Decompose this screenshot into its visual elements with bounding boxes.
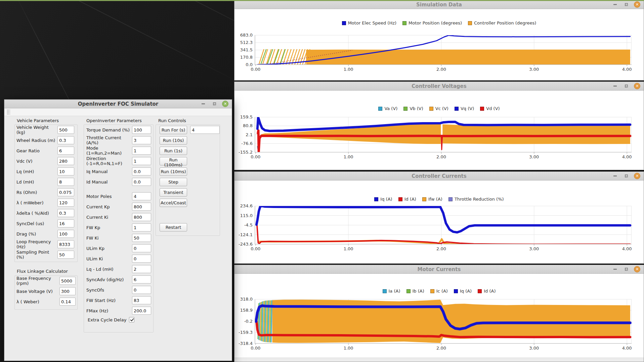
x-tick: 1.00: [341, 246, 356, 251]
throttle-current-a-input[interactable]: [132, 136, 151, 144]
run-for-button[interactable]: Run For (s): [160, 126, 187, 134]
x-tick: 1.00: [341, 154, 356, 159]
drag-input[interactable]: [57, 230, 74, 238]
minimize-button[interactable]: [612, 173, 618, 179]
close-button[interactable]: ✕: [634, 83, 640, 89]
param-row-lq-ld-mh: Lq - Ld (mH): [86, 265, 151, 273]
legend-swatch: [430, 289, 434, 293]
run-for-input[interactable]: [190, 126, 220, 134]
vdc-v-input[interactable]: [57, 157, 74, 165]
vdc-v-label: Vdc (V): [16, 159, 57, 164]
fw-ki-input[interactable]: [132, 234, 151, 242]
run-1s-button[interactable]: Run (1s): [160, 147, 187, 155]
motor-poles-input[interactable]: [132, 192, 151, 200]
lq-mh-input[interactable]: [57, 167, 74, 175]
close-button[interactable]: ✕: [634, 1, 640, 8]
minimize-button[interactable]: [200, 101, 207, 107]
plot-area[interactable]: [255, 299, 632, 345]
plot-area[interactable]: [255, 35, 632, 66]
y-tick: 115.0: [236, 213, 253, 218]
syncdel-us-input[interactable]: [57, 219, 74, 227]
chart-body: Motor Elec Speed (Hz)Motor Position (deg…: [234, 9, 644, 80]
chart-legend: Va (V)Vb (V)Vc (V)Vq (V)Vd (V): [234, 106, 644, 111]
x-tick: 3.00: [527, 154, 542, 159]
torque-demand-input[interactable]: [132, 126, 151, 134]
vehicle-weight-kg-input[interactable]: [57, 126, 74, 134]
sampling-point-input[interactable]: [57, 251, 74, 259]
run-10ms-button[interactable]: Run (10ms): [160, 167, 187, 176]
minimize-button[interactable]: [612, 1, 618, 8]
x-tick: 0.00: [248, 67, 263, 72]
fw-start-hz-input[interactable]: [132, 296, 151, 304]
y-tick: 683.0: [236, 33, 253, 38]
restart-button[interactable]: Restart: [160, 223, 187, 231]
restore-icon: [213, 102, 216, 105]
accel-coast-button[interactable]: Accel/Coast: [160, 199, 187, 207]
x-tick: 1.00: [341, 67, 356, 72]
iq-manual-input[interactable]: [132, 167, 151, 175]
toolbar-grip-handle[interactable]: [7, 109, 10, 115]
current-kp-input[interactable]: [132, 203, 151, 211]
direction-1-r-0-n-1-f-input[interactable]: [132, 157, 151, 165]
step-button[interactable]: Step: [160, 178, 187, 186]
close-button[interactable]: ✕: [634, 266, 640, 272]
ld-mh-label: Ld (mH): [16, 179, 57, 185]
fw-kp-input[interactable]: [132, 223, 151, 231]
mweber-input[interactable]: [57, 199, 74, 207]
run-100ms-button[interactable]: Run (100ms): [160, 157, 187, 165]
window-title: Simulation Data: [234, 2, 644, 8]
x-tick: 2.00: [434, 154, 448, 159]
close-button[interactable]: ✕: [634, 173, 640, 179]
y-tick: 318.0: [236, 297, 253, 302]
weber-input[interactable]: [59, 298, 76, 306]
restore-button[interactable]: [623, 83, 630, 90]
wheel-radius-m-input[interactable]: [57, 136, 74, 144]
param-row-rs-ohm: Rs (Ohm): [16, 188, 74, 196]
syncofs-input[interactable]: [132, 286, 151, 294]
run-10s-button[interactable]: Run (10s): [160, 136, 187, 145]
base-frequency-rpm-input[interactable]: [59, 277, 76, 285]
ld-mh-input[interactable]: [57, 178, 74, 186]
current-ki-input[interactable]: [132, 213, 151, 221]
rs-ohm-input[interactable]: [57, 188, 74, 196]
chart-body: Va (V)Vb (V)Vc (V)Vq (V)Vd (V) 159.580.8…: [234, 91, 644, 170]
gear-ratio-input[interactable]: [57, 147, 74, 155]
legend-swatch: [383, 289, 387, 293]
chart-legend: Ia (A)Ib (A)Ic (A)Iq (A)Id (A): [234, 289, 644, 294]
extra-cycle-delay-checkbox[interactable]: [129, 317, 134, 322]
fmax-hz-input[interactable]: [132, 307, 151, 315]
close-button[interactable]: ✕: [222, 101, 228, 107]
chart-window-titlebar[interactable]: Motor Currents ✕: [234, 265, 644, 274]
rs-ohm-label: Rs (Ohm): [16, 190, 57, 195]
lq-ld-mh-input[interactable]: [132, 265, 151, 273]
syncadv-dig-hz-input[interactable]: [132, 275, 151, 283]
restore-button[interactable]: [623, 1, 630, 8]
x-tick: 0.00: [248, 346, 263, 351]
mweber-label: λ ( mWeber): [16, 200, 57, 205]
chart-window-titlebar[interactable]: Simulation Data ✕: [234, 0, 644, 9]
mode-1-run-2-man-input[interactable]: [132, 147, 151, 155]
chart-window-titlebar[interactable]: Controller Voltages ✕: [234, 82, 644, 91]
chart-window-titlebar[interactable]: Controller Currents ✕: [234, 172, 644, 180]
ulim-ki-input[interactable]: [132, 255, 151, 263]
restore-button[interactable]: [623, 266, 630, 273]
delta-aid-input[interactable]: [57, 209, 74, 217]
id-manual-input[interactable]: [132, 178, 151, 186]
base-voltage-v-input[interactable]: [59, 287, 76, 295]
x-tick: 0.00: [248, 154, 263, 159]
param-row-wheel-radius-m: Wheel Radius (m): [16, 136, 74, 144]
restore-button[interactable]: [211, 101, 218, 107]
foc-window-titlebar[interactable]: OpenInverter FOC Simulator ✕: [4, 100, 232, 108]
y-tick: 170.8: [236, 55, 253, 60]
loop-frequency-hz-input[interactable]: [57, 240, 74, 248]
ulim-kp-input[interactable]: [132, 244, 151, 252]
param-row-ulim-ki: ULim Ki: [86, 255, 151, 263]
legend-iq-a: Iq (A): [374, 197, 392, 202]
restore-button[interactable]: [623, 173, 630, 179]
transient-button[interactable]: Transient: [160, 188, 187, 197]
minimize-button[interactable]: [612, 266, 618, 273]
plot-area[interactable]: [255, 117, 632, 154]
minimize-button[interactable]: [612, 83, 618, 90]
param-row-drag: Drag (%): [16, 230, 74, 238]
plot-area[interactable]: [255, 206, 632, 246]
